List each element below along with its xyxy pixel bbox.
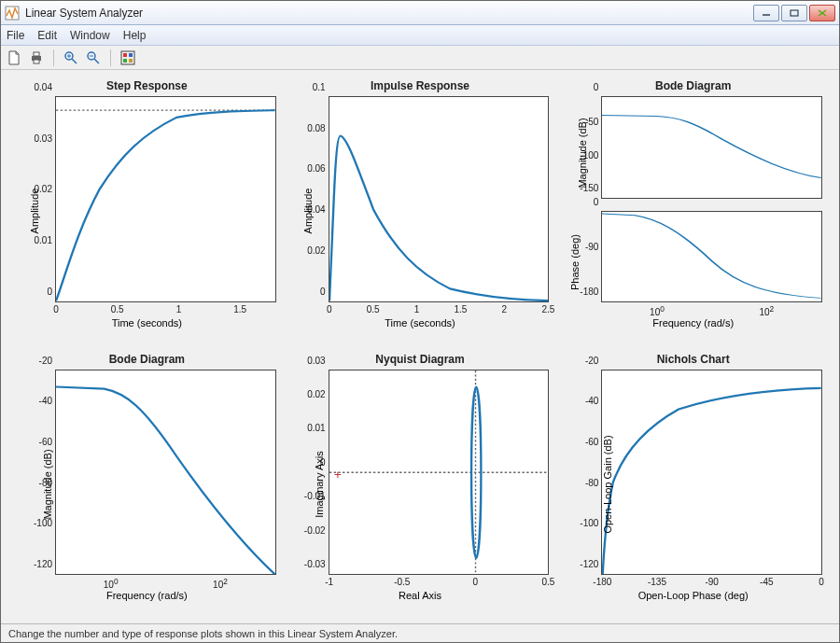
xtick: 0 (327, 301, 332, 315)
svg-line-11 (94, 59, 99, 63)
status-text: Change the number and type of response p… (8, 628, 398, 639)
xtick: 0 (819, 574, 824, 587)
svg-rect-16 (123, 59, 127, 63)
toolbar-separator (110, 49, 111, 66)
plot-grid: Step Response 0 0.01 0.02 0.03 0.04 0 0.… (1, 70, 839, 623)
ytick: -0.02 (304, 524, 329, 535)
ylabel: Magnitude (dB) (42, 449, 53, 519)
menubar: File Edit Window Help (1, 25, 839, 46)
ylabel: Amplitude (29, 189, 40, 234)
ylabel-phase: Phase (deg) (569, 234, 581, 290)
svg-rect-4 (34, 52, 39, 56)
ytick: 0.1 (313, 82, 329, 92)
xtick: 0 (53, 301, 59, 315)
xtick: 0.5 (367, 301, 380, 315)
axes-bode-bot[interactable]: -120 -100 -80 -60 -40 -20 100 102 (55, 370, 276, 576)
xtick: -1 (325, 574, 333, 587)
ytick: -20 (39, 355, 56, 365)
ylabel: Open-Loop Gain (dB) (602, 435, 613, 533)
xlabel: Real Axis (286, 590, 555, 601)
xtick: 2 (502, 301, 508, 315)
ytick: -40 (39, 396, 56, 406)
svg-rect-15 (129, 53, 133, 57)
ytick: -120 (580, 559, 602, 569)
xlabel: Time (seconds) (286, 317, 555, 328)
axes-impulse[interactable]: 0 0.02 0.04 0.06 0.08 0.1 0 0.5 1 1.5 2 … (329, 96, 550, 302)
toolbar-separator (53, 49, 54, 66)
menu-edit[interactable]: Edit (37, 29, 57, 42)
svg-rect-17 (129, 59, 133, 63)
ytick: 0 (320, 286, 329, 296)
maximize-button[interactable] (781, 5, 807, 21)
ytick: -20 (585, 355, 602, 365)
ytick: -80 (585, 477, 602, 487)
panel-bode-top[interactable]: Bode Diagram -150 -100 -50 0 -180 -9 (558, 79, 828, 347)
svg-rect-14 (123, 53, 127, 57)
xtick: 0.5 (541, 574, 554, 587)
axes-bode-phase[interactable]: -180 -90 0 100 102 (601, 211, 822, 301)
xlabel: Time (seconds) (12, 317, 282, 328)
xtick: -135 (648, 574, 666, 587)
ytick: 0.01 (307, 423, 329, 433)
new-file-icon[interactable] (7, 50, 21, 65)
xtick: 2.5 (541, 301, 554, 315)
ytick: 0 (594, 82, 603, 92)
ytick: 0.04 (35, 82, 56, 92)
xtick: 1.5 (233, 301, 246, 315)
xtick: 0.5 (111, 301, 124, 315)
ytick: 0.02 (307, 245, 329, 255)
xlabel: Frequency (rad/s) (558, 317, 828, 328)
xtick: 1 (414, 301, 420, 315)
axes-bode-mag[interactable]: -150 -100 -50 0 (601, 96, 822, 199)
statusbar: Change the number and type of response p… (1, 623, 839, 642)
xlabel: Open-Loop Phase (deg) (558, 590, 828, 601)
menu-window[interactable]: Window (70, 29, 110, 42)
panel-nyquist[interactable]: Nyquist Diagram + -0.03 -0.02 -0.01 0 0.… (286, 353, 555, 621)
zoom-out-icon[interactable] (86, 50, 101, 65)
ytick: -50 (585, 116, 602, 126)
xtick: 1 (176, 301, 182, 315)
ytick: 0.02 (307, 389, 329, 399)
close-button[interactable] (809, 5, 835, 21)
ytick: -60 (39, 436, 56, 446)
panel-impulse[interactable]: Impulse Response 0 0.02 0.04 0.06 0.08 0… (286, 79, 555, 347)
svg-text:+: + (333, 468, 341, 481)
xtick: 1.5 (455, 301, 468, 315)
xlabel: Frequency (rad/s) (12, 590, 282, 601)
ytick: -60 (585, 436, 602, 446)
panel-nichols[interactable]: Nichols Chart -120 -100 -80 -60 -40 -20 … (558, 353, 828, 621)
ytick: -120 (34, 559, 56, 569)
ylabel-mag: Magnitude (dB) (577, 118, 588, 188)
axes-nyquist[interactable]: + -0.03 -0.02 -0.01 0 0.01 0.02 0.03 -1 … (329, 370, 550, 576)
menu-help[interactable]: Help (123, 29, 147, 42)
app-window: Linear System Analyzer File Edit Window … (0, 0, 840, 643)
axes-step[interactable]: 0 0.01 0.02 0.03 0.04 0 0.5 1 1.5 (55, 96, 276, 302)
ytick: -180 (580, 286, 602, 296)
xtick: 0 (472, 574, 478, 587)
zoom-in-icon[interactable] (63, 50, 78, 65)
xtick: -180 (593, 574, 611, 587)
window-title: Linear System Analyzer (25, 7, 753, 20)
ytick: -0.03 (304, 559, 329, 569)
ytick: -40 (585, 396, 602, 406)
panel-step[interactable]: Step Response 0 0.01 0.02 0.03 0.04 0 0.… (12, 79, 282, 347)
ytick: 0 (47, 286, 56, 296)
ylabel: Amplitude (302, 189, 314, 234)
ytick: 0.01 (35, 234, 56, 245)
ytick: -90 (585, 241, 602, 251)
svg-rect-2 (791, 10, 798, 16)
ylabel: Imaginary Axis (313, 451, 324, 518)
layout-icon[interactable] (120, 50, 135, 65)
axes-nichols[interactable]: -120 -100 -80 -60 -40 -20 -180 -135 -90 … (601, 370, 822, 576)
print-icon[interactable] (29, 50, 44, 65)
svg-rect-5 (34, 60, 39, 63)
ytick: -100 (580, 518, 602, 528)
panel-bode-bot[interactable]: Bode Diagram -120 -100 -80 -60 -40 -20 1… (12, 353, 282, 621)
minimize-button[interactable] (753, 5, 779, 21)
ytick: 0.06 (307, 163, 329, 174)
ytick: 0.03 (307, 355, 329, 365)
ytick: 0.03 (35, 133, 56, 143)
titlebar[interactable]: Linear System Analyzer (1, 1, 839, 25)
menu-file[interactable]: File (7, 29, 24, 42)
app-icon (5, 6, 20, 21)
